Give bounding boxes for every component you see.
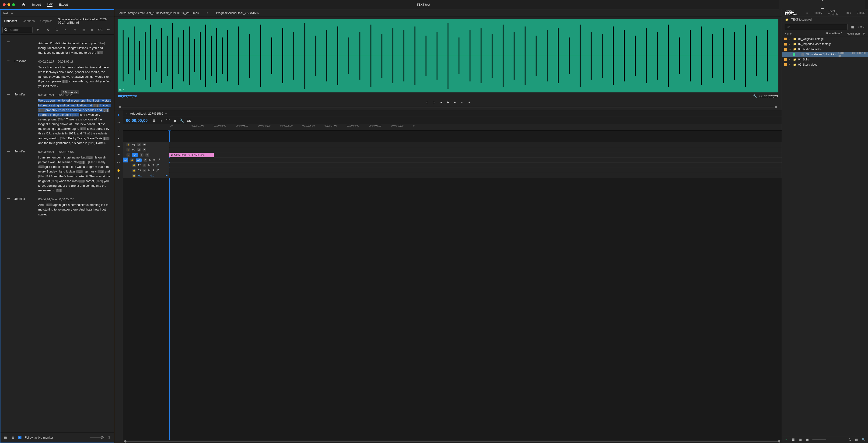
- audio-patch-a1[interactable]: A1: [123, 157, 128, 163]
- search-field[interactable]: [9, 28, 31, 31]
- settings-icon-foot[interactable]: ⚙: [107, 436, 111, 440]
- overwrite-clip-icon[interactable]: ⇥: [467, 100, 471, 104]
- eye-icon[interactable]: 👁: [143, 143, 146, 146]
- overwrite-icon[interactable]: ▭: [89, 27, 95, 33]
- transcript-body[interactable]: 0.3 seconds •••Arizona, I'm delighted to…: [0, 34, 114, 432]
- project-bin[interactable]: ›📁02_Imported video footage: [782, 41, 868, 47]
- source-timecode[interactable]: 00;03;22;20: [118, 94, 137, 98]
- zoom-slider[interactable]: [90, 437, 103, 438]
- col-name[interactable]: Name: [785, 32, 825, 35]
- program-tab[interactable]: Program: AdobeStock_227451565: [216, 11, 259, 15]
- icon-view-icon[interactable]: ▦: [798, 438, 802, 442]
- razor-tool-icon[interactable]: ✂: [116, 136, 121, 141]
- project-search[interactable]: [785, 24, 848, 30]
- wrench-tl-icon[interactable]: 🔧: [180, 119, 184, 123]
- tab-effects[interactable]: Effects: [857, 11, 865, 14]
- freeform-icon[interactable]: ⊞: [805, 438, 809, 442]
- thumb-zoom[interactable]: [812, 439, 826, 440]
- wrench-icon[interactable]: 🔧: [753, 94, 757, 98]
- menu-edit[interactable]: Edit: [48, 2, 53, 7]
- track-v2[interactable]: V2: [132, 148, 135, 151]
- mark-in-icon[interactable]: {: [425, 100, 429, 104]
- settings-icon[interactable]: ⚙: [45, 27, 52, 33]
- rectangle-tool-icon[interactable]: ▭: [116, 160, 121, 165]
- video-clip[interactable]: ▣AdobeStock_227451565.jpeg: [169, 153, 214, 157]
- type-tool-icon[interactable]: T: [116, 176, 121, 180]
- timeline-ruler[interactable]: ;0000;00;01;0000;00;02;0000;00;03;0000;0…: [123, 124, 782, 130]
- transcript-segment[interactable]: •••Rossana00;02;51;17 – 00;03;07;18So as…: [7, 59, 111, 88]
- transcript-segment[interactable]: •••Jennifer00;03;46;21 – 00;04;14;05I ca…: [7, 150, 111, 193]
- col-mediastart[interactable]: Media Start: [847, 32, 860, 35]
- track-v1[interactable]: V1: [132, 153, 138, 157]
- track-mix[interactable]: Mix: [138, 174, 142, 177]
- mic-icon[interactable]: 🎤: [157, 158, 161, 162]
- auto-seq-icon[interactable]: ▥: [855, 438, 859, 442]
- home-icon[interactable]: [22, 3, 26, 7]
- selection-tool-icon[interactable]: ▲: [116, 112, 121, 117]
- tab-captions[interactable]: Captions: [23, 19, 34, 23]
- tab-transcript[interactable]: Transcript: [4, 19, 17, 23]
- col-framerate[interactable]: Frame Rate ⌃: [826, 32, 845, 35]
- replace-icon[interactable]: ⇅: [54, 27, 60, 33]
- sort-icon[interactable]: ⇅: [847, 438, 852, 442]
- pen-tool-icon[interactable]: ✒: [116, 152, 121, 157]
- minimize-window[interactable]: [7, 3, 10, 6]
- cc-icon[interactable]: CC: [97, 27, 103, 33]
- marker-icon[interactable]: ◆: [173, 119, 177, 123]
- step-back-icon[interactable]: ◂: [439, 100, 443, 104]
- lock-icon[interactable]: 🔒: [126, 143, 130, 146]
- new-bin-icon[interactable]: ▦: [850, 25, 855, 29]
- pen-ctx-icon[interactable]: ✎: [784, 438, 788, 442]
- project-item[interactable]: ▦StorytellersofColor_APu44100 Hz00;00;00…: [782, 52, 868, 57]
- slip-tool-icon[interactable]: ⬌: [116, 144, 121, 149]
- project-bin[interactable]: ›📁01_Original Footage: [782, 36, 868, 41]
- tab-project[interactable]: Project: TEXT test: [785, 9, 801, 16]
- timeline-timecode[interactable]: 00;00;00;00: [126, 118, 148, 123]
- menu-import[interactable]: Import: [32, 3, 41, 6]
- search-input[interactable]: [2, 27, 33, 33]
- close-window[interactable]: [3, 3, 6, 6]
- tab-info[interactable]: Info: [846, 11, 851, 14]
- insert-icon[interactable]: ▦: [81, 27, 87, 33]
- close-sequence[interactable]: ×: [126, 112, 128, 115]
- sync-lock-icon[interactable]: ⊟: [137, 143, 141, 146]
- menu-export[interactable]: Export: [59, 3, 68, 6]
- transcript-segment[interactable]: •••Jennifer00;04;14;07 – 00;04;22;27And …: [7, 197, 111, 217]
- list-view-icon[interactable]: ▤: [3, 436, 7, 440]
- list-icon[interactable]: ☰: [791, 438, 796, 442]
- follow-checkbox[interactable]: ✓: [18, 436, 22, 439]
- track-select-icon[interactable]: ⇢: [116, 120, 121, 125]
- project-bin[interactable]: ›📁04_Stills: [782, 57, 868, 62]
- snap-icon[interactable]: ❄: [152, 119, 156, 123]
- timeline-scrollbar[interactable]: [123, 440, 782, 443]
- transcript-segment[interactable]: •••Arizona, I'm delighted to be with you…: [7, 40, 111, 55]
- grid-view-icon[interactable]: ⊞: [11, 436, 15, 440]
- col-m[interactable]: M: [863, 32, 865, 35]
- hand-tool-icon[interactable]: ✋: [116, 168, 121, 173]
- track-v3[interactable]: V3: [132, 143, 135, 146]
- magnet-icon[interactable]: ∩: [159, 119, 163, 123]
- edit-icon[interactable]: ✎: [72, 27, 79, 33]
- panel-menu-icon[interactable]: ≡: [10, 11, 14, 16]
- ripple-edit-icon[interactable]: ↔: [116, 128, 121, 133]
- insert-clip-icon[interactable]: ⇤: [460, 100, 464, 104]
- link-icon[interactable]: ⌒: [166, 119, 170, 123]
- play-icon[interactable]: ▶: [446, 100, 450, 104]
- source-scrollbar[interactable]: [118, 106, 778, 109]
- tab-effect-controls[interactable]: Effect Controls: [828, 9, 841, 16]
- track-a2[interactable]: A2: [138, 164, 141, 167]
- tab-history[interactable]: History: [814, 11, 822, 14]
- merge-icon[interactable]: ⇥: [62, 27, 68, 33]
- track-a1[interactable]: A1: [136, 158, 142, 162]
- maximize-window[interactable]: [12, 3, 15, 6]
- project-bins[interactable]: ›📁01_Original Footage›📁02_Imported video…: [782, 36, 868, 436]
- waveform[interactable]: Ch. 1: [118, 19, 778, 92]
- tab-graphics[interactable]: Graphics: [40, 19, 53, 23]
- transcript-segment[interactable]: •••Jennifer00;03;07;21 – 00;03;46;21Well…: [7, 93, 111, 145]
- sequence-name[interactable]: AdobeStock_227451565: [130, 112, 163, 115]
- filter-icon[interactable]: [34, 27, 41, 33]
- track-a3[interactable]: A3: [138, 169, 141, 172]
- project-bin[interactable]: ›📁05_Stock video: [782, 62, 868, 67]
- find-icon[interactable]: 🔍: [862, 438, 866, 442]
- step-fwd-icon[interactable]: ▸: [453, 100, 457, 104]
